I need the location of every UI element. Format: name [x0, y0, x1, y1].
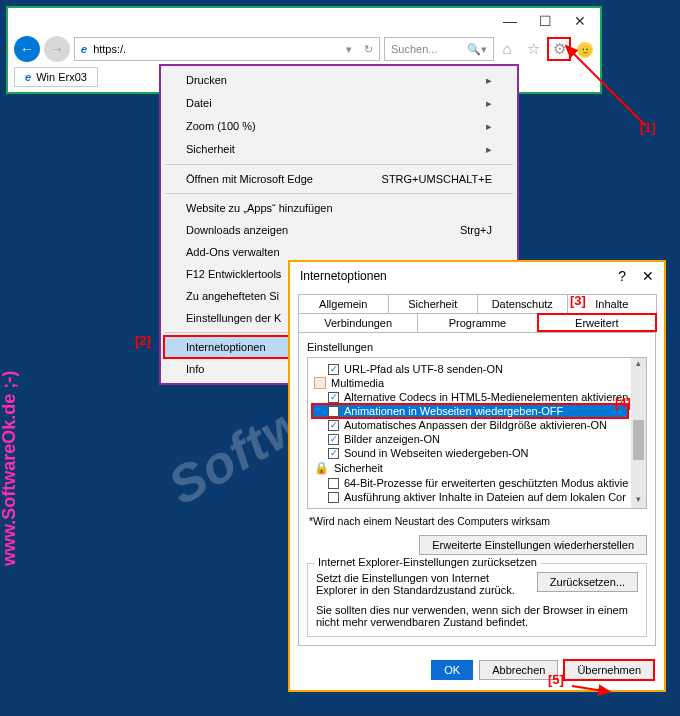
- cancel-button[interactable]: Abbrechen: [479, 660, 558, 680]
- home-icon[interactable]: ⌂: [498, 40, 516, 59]
- annotation-1: [1]: [640, 120, 656, 135]
- ie-icon: [81, 43, 87, 55]
- annotation-5: [5]: [548, 672, 564, 687]
- opt-codecs[interactable]: Alternative Codecs in HTML5-Medienelemen…: [312, 390, 628, 404]
- annotation-3: [3]: [570, 293, 586, 308]
- dialog-title: Internetoptionen: [300, 269, 387, 283]
- tab-advanced[interactable]: Erweitert: [537, 313, 657, 332]
- menu-apps[interactable]: Website zu „Apps“ hinzufügen: [164, 197, 514, 219]
- picture-icon: [314, 377, 326, 389]
- forward-button[interactable]: →: [44, 36, 70, 62]
- opt-images[interactable]: Bilder anzeigen-ON: [312, 432, 628, 446]
- advanced-panel: Einstellungen URL-Pfad als UTF-8 senden-…: [298, 332, 656, 646]
- menu-file[interactable]: Datei: [164, 92, 514, 115]
- gear-icon[interactable]: ⚙: [550, 40, 568, 59]
- dialog-titlebar: Internetoptionen ? ✕: [290, 262, 664, 290]
- favorites-icon[interactable]: ☆: [524, 40, 542, 59]
- checkbox-icon[interactable]: [328, 420, 339, 431]
- scroll-up-icon[interactable]: ▴: [631, 358, 646, 372]
- tab-title: Win Erx03: [36, 71, 87, 83]
- address-bar[interactable]: https:/. ▾ ↻: [74, 37, 380, 61]
- opt-url-utf8[interactable]: URL-Pfad als UTF-8 senden-ON: [312, 362, 628, 376]
- reset-legend: Internet Explorer-Einstellungen zurückse…: [314, 556, 541, 568]
- dialog-buttons: OK Abbrechen Übernehmen: [290, 654, 664, 690]
- tab-programs[interactable]: Programme: [417, 313, 537, 332]
- reset-warn: Sie sollten dies nur verwenden, wenn sic…: [316, 604, 638, 628]
- toolbar: ← → https:/. ▾ ↻ Suchen... 🔍▾ ⌂ ☆ ⚙ 🙂: [8, 34, 600, 64]
- opt-exec[interactable]: Ausführung aktiver Inhalte in Dateien au…: [312, 490, 628, 504]
- annotation-2: [2]: [135, 333, 151, 348]
- opt-64bit[interactable]: 64-Bit-Prozesse für erweiterten geschütz…: [312, 476, 628, 490]
- apply-button[interactable]: Übernehmen: [564, 660, 654, 680]
- dialog-close-button[interactable]: ✕: [642, 268, 654, 284]
- reset-button[interactable]: Zurücksetzen...: [537, 572, 638, 592]
- reset-desc: Setzt die Einstellungen von Internet Exp…: [316, 572, 529, 596]
- tab-strip: Allgemein Sicherheit Datenschutz Inhalte…: [298, 294, 656, 332]
- titlebar: — ☐ ✕: [8, 8, 600, 34]
- opt-autosize[interactable]: Automatisches Anpassen der Bildgröße akt…: [312, 418, 628, 432]
- separator: [165, 193, 513, 194]
- annotation-4: [4]: [615, 395, 631, 410]
- help-button[interactable]: ?: [618, 268, 626, 284]
- settings-tree[interactable]: URL-Pfad als UTF-8 senden-ON Multimedia …: [307, 357, 647, 509]
- tab-favicon: [25, 71, 31, 83]
- tab-winerx[interactable]: Win Erx03: [14, 67, 98, 87]
- menu-edge[interactable]: Öffnen mit Microsoft EdgeSTRG+UMSCHALT+E: [164, 168, 514, 190]
- restore-advanced-button[interactable]: Erweiterte Einstellungen wiederherstelle…: [419, 535, 647, 555]
- tab-privacy[interactable]: Datenschutz: [477, 294, 568, 313]
- checkbox-icon[interactable]: [328, 392, 339, 403]
- restart-note: *Wird nach einem Neustart des Computers …: [307, 509, 647, 533]
- checkbox-icon[interactable]: [328, 406, 339, 417]
- search-placeholder: Suchen...: [391, 43, 437, 55]
- menu-security[interactable]: Sicherheit: [164, 138, 514, 161]
- tab-security[interactable]: Sicherheit: [388, 294, 479, 313]
- separator: [165, 164, 513, 165]
- settings-label: Einstellungen: [307, 341, 647, 353]
- tab-general[interactable]: Allgemein: [298, 294, 389, 313]
- internet-options-dialog: Internetoptionen ? ✕ Allgemein Sicherhei…: [288, 260, 666, 692]
- cat-multimedia: Multimedia: [312, 376, 628, 390]
- menu-downloads[interactable]: Downloads anzeigenStrg+J: [164, 219, 514, 241]
- cat-security: 🔒Sicherheit: [312, 460, 628, 476]
- checkbox-icon[interactable]: [328, 448, 339, 459]
- opt-sound[interactable]: Sound in Webseiten wiedergeben-ON: [312, 446, 628, 460]
- menu-zoom[interactable]: Zoom (100 %): [164, 115, 514, 138]
- checkbox-icon[interactable]: [328, 364, 339, 375]
- ok-button[interactable]: OK: [431, 660, 473, 680]
- url-text: https:/.: [93, 43, 126, 55]
- scrollbar[interactable]: ▴ ▾: [631, 358, 646, 508]
- lock-icon: 🔒: [314, 461, 329, 475]
- menu-print[interactable]: Drucken: [164, 69, 514, 92]
- checkbox-icon[interactable]: [328, 478, 339, 489]
- search-box[interactable]: Suchen... 🔍▾: [384, 37, 494, 61]
- search-icon: 🔍▾: [467, 43, 487, 56]
- smiley-icon[interactable]: 🙂: [576, 40, 594, 59]
- reset-group: Internet Explorer-Einstellungen zurückse…: [307, 563, 647, 637]
- opt-animations[interactable]: Animationen in Webseiten wiedergeben-OFF: [312, 404, 628, 418]
- scroll-thumb[interactable]: [633, 420, 644, 460]
- checkbox-icon[interactable]: [328, 434, 339, 445]
- maximize-button[interactable]: ☐: [539, 13, 552, 29]
- checkbox-icon[interactable]: [328, 492, 339, 503]
- minimize-button[interactable]: —: [503, 13, 517, 29]
- watermark-side: www.SoftwareOk.de ;-): [0, 371, 20, 566]
- back-button[interactable]: ←: [14, 36, 40, 62]
- close-button[interactable]: ✕: [574, 13, 586, 29]
- scroll-down-icon[interactable]: ▾: [631, 494, 646, 508]
- tab-connections[interactable]: Verbindungen: [298, 313, 418, 332]
